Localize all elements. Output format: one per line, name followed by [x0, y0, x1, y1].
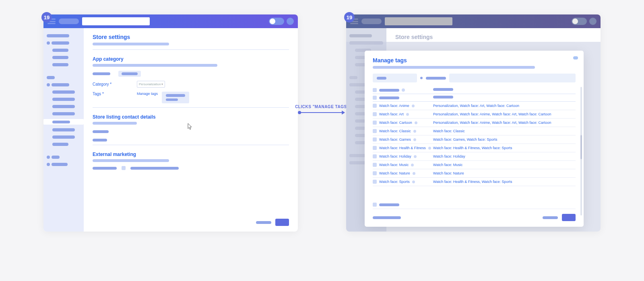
- info-icon[interactable]: [415, 121, 417, 124]
- subtitle-placeholder: [93, 43, 169, 45]
- apply-button[interactable]: [562, 214, 576, 221]
- sidebar-item[interactable]: [52, 49, 68, 52]
- save-button[interactable]: [275, 219, 289, 226]
- sidebar-item-active[interactable]: [43, 119, 84, 125]
- sidebar-item[interactable]: [47, 41, 80, 45]
- table-row[interactable]: Watch face: GamesWatch face: Games, Watc…: [373, 135, 576, 144]
- page-title-dimmed: Store settings: [395, 34, 592, 40]
- filter-label: [426, 77, 446, 80]
- sidebar-item[interactable]: [47, 76, 55, 79]
- sidebar-item[interactable]: [52, 143, 68, 146]
- category-select[interactable]: Personalization: [137, 81, 165, 88]
- table-row[interactable]: Watch face: SportsWatch face: Health & F…: [373, 178, 576, 186]
- manage-tags-modal: Manage tags Watch face: AnimePersonali: [365, 51, 584, 227]
- info-icon[interactable]: [413, 130, 416, 133]
- app-type-chip[interactable]: [118, 71, 141, 77]
- section-desc: [93, 64, 217, 67]
- checkbox[interactable]: [122, 166, 126, 170]
- page-title: Store settings: [93, 34, 289, 40]
- info-icon[interactable]: [412, 105, 415, 107]
- tag-name: Watch face: Health & Fitness: [379, 146, 426, 150]
- arrow-label: CLICKS "MANAGE TAGS": [295, 105, 349, 109]
- sidebar: [43, 28, 84, 232]
- table-row[interactable]: Watch face: NatureWatch face: Nature: [373, 169, 576, 178]
- checkbox-icon[interactable]: [373, 137, 377, 142]
- table-row[interactable]: Watch face: CartoonPersonalization, Watc…: [373, 119, 576, 127]
- sidebar-item[interactable]: [52, 112, 75, 115]
- discard-button[interactable]: [256, 221, 271, 224]
- sidebar-item[interactable]: [52, 98, 75, 101]
- search-tags-input[interactable]: [449, 74, 576, 82]
- table-row[interactable]: Watch face: AnimePersonalization, Watch …: [373, 102, 576, 110]
- sidebar-item[interactable]: [52, 63, 68, 66]
- section-marketing: External marketing: [93, 148, 289, 157]
- cursor-icon: [188, 123, 193, 130]
- modal-subtitle-placeholder: [373, 66, 535, 69]
- tags-label: Tags *: [93, 92, 129, 96]
- section-app-category: App category: [93, 53, 289, 62]
- filter-box[interactable]: [373, 74, 417, 82]
- avatar[interactable]: [287, 18, 294, 25]
- tag-suggestions: Watch face: Classic: [433, 129, 576, 133]
- sidebar-item[interactable]: [52, 135, 75, 139]
- manage-tags-link[interactable]: Manage tags: [137, 92, 158, 96]
- table-row[interactable]: Watch face: HolidayWatch face: Holiday: [373, 152, 576, 161]
- search-input[interactable]: [82, 17, 150, 25]
- toggle-switch[interactable]: [269, 18, 284, 25]
- sidebar-item[interactable]: [47, 34, 69, 37]
- sidebar-item[interactable]: [52, 105, 75, 108]
- table-row[interactable]: Watch face: MusicWatch face: Music: [373, 161, 576, 169]
- sidebar-item[interactable]: [47, 163, 80, 166]
- checkbox-icon[interactable]: [373, 104, 377, 108]
- footer-info: [373, 216, 401, 219]
- checkbox-icon[interactable]: [373, 129, 377, 133]
- info-icon[interactable]: [406, 113, 409, 116]
- tag-suggestions: Watch face: Nature: [433, 171, 576, 175]
- tag-name: Watch face: Music: [379, 163, 409, 167]
- info-icon[interactable]: [414, 155, 417, 158]
- sidebar-item[interactable]: [52, 56, 68, 59]
- checkbox-icon[interactable]: [373, 180, 377, 184]
- transition-arrow: CLICKS "MANAGE TAGS": [295, 105, 349, 113]
- field-placeholder: [93, 130, 109, 133]
- checkbox-icon[interactable]: [373, 154, 377, 158]
- checkbox-icon[interactable]: [373, 163, 377, 167]
- tags-table-body: Watch face: AnimePersonalization, Watch …: [373, 102, 576, 201]
- scrollbar[interactable]: [580, 87, 582, 215]
- tag-name: Watch face: Nature: [379, 171, 410, 175]
- info-icon[interactable]: [413, 172, 415, 175]
- toggle-switch: [572, 18, 587, 25]
- modal-title: Manage tags: [373, 57, 576, 64]
- sidebar-item[interactable]: [47, 156, 80, 159]
- section-contact: Store listing contact details: [93, 111, 289, 120]
- sidebar-item[interactable]: [52, 90, 75, 94]
- table-row[interactable]: Watch face: ArtPersonalization, Watch fa…: [373, 110, 576, 119]
- table-row[interactable]: Watch face: ClassicWatch face: Classic: [373, 127, 576, 135]
- table-row-placeholder: [373, 201, 576, 209]
- close-icon[interactable]: [573, 56, 578, 59]
- checkbox-icon[interactable]: [373, 171, 377, 175]
- table-row[interactable]: Watch face: Health & FitnessWatch face: …: [373, 144, 576, 152]
- info-icon[interactable]: [412, 180, 415, 183]
- checkbox-icon[interactable]: [373, 112, 377, 116]
- tag-suggestions: Personalization, Watch face: Anime, Watc…: [433, 112, 576, 116]
- sidebar-item[interactable]: [52, 128, 75, 131]
- category-label: Category *: [93, 82, 129, 86]
- store-settings-panel-dimmed: Store settings Manage tags: [346, 14, 601, 232]
- main-content: Store settings App category Category * P…: [84, 28, 298, 232]
- avatar: [589, 18, 597, 25]
- cancel-button[interactable]: [543, 216, 558, 219]
- info-icon[interactable]: [413, 138, 416, 141]
- field-placeholder: [130, 167, 179, 170]
- tag-suggestions: Watch face: Health & Fitness, Watch face…: [433, 180, 576, 184]
- tag-name: Watch face: Sports: [379, 180, 410, 184]
- checkbox-icon[interactable]: [373, 121, 377, 125]
- field-placeholder: [93, 167, 117, 170]
- info-icon[interactable]: [428, 147, 431, 150]
- topbar: [346, 14, 601, 28]
- checkbox-icon[interactable]: [373, 146, 377, 150]
- sidebar-item[interactable]: [47, 83, 80, 86]
- info-icon[interactable]: [411, 164, 414, 166]
- tag-suggestions: Watch face: Holiday: [433, 154, 576, 158]
- topbar-placeholder: [361, 18, 382, 24]
